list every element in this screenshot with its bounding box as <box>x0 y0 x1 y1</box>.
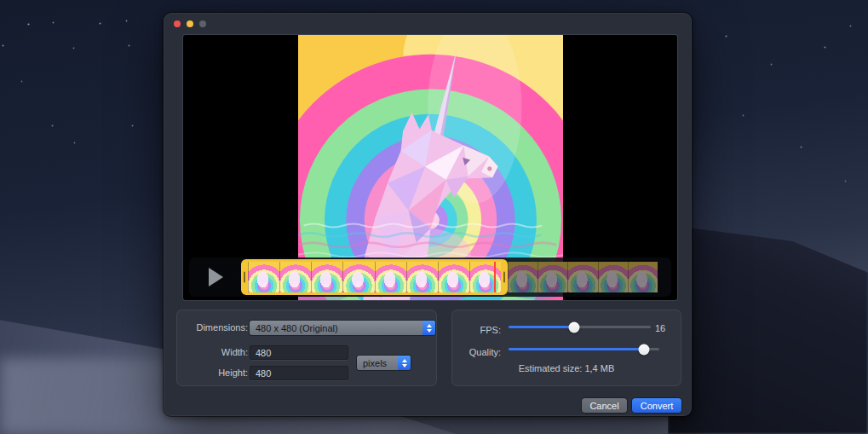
trim-selection[interactable] <box>241 259 508 295</box>
app-window: Dimensions: 480 x 480 (Original) Width: … <box>164 13 692 416</box>
titlebar <box>164 13 692 35</box>
fps-value: 16 <box>655 323 665 333</box>
wallpaper-stars <box>0 0 1 1</box>
quality-slider[interactable] <box>509 343 659 356</box>
height-field[interactable] <box>250 366 348 380</box>
minimize-button[interactable] <box>187 20 193 27</box>
width-label: Width: <box>177 345 248 360</box>
cancel-button[interactable]: Cancel <box>582 398 627 413</box>
video-preview-area <box>183 35 677 300</box>
stepper-icon <box>423 321 435 335</box>
filmstrip-thumbnail <box>628 262 658 292</box>
filmstrip-unselected[interactable] <box>508 262 658 292</box>
dimensions-select-value: 480 x 480 (Original) <box>256 323 419 333</box>
trim-handle-left[interactable] <box>244 272 245 283</box>
timeline-bar <box>189 258 671 297</box>
filmstrip-thumbnail <box>508 262 537 292</box>
height-label: Height: <box>177 366 248 380</box>
chevron-up-icon <box>427 324 432 327</box>
play-icon <box>209 268 223 286</box>
quality-slider-fill <box>509 348 644 350</box>
fps-label: FPS: <box>452 323 501 338</box>
stepper-icon <box>398 356 411 370</box>
quality-label: Quality: <box>452 345 501 360</box>
width-field[interactable] <box>250 345 348 360</box>
filmstrip-thumbnail <box>537 262 567 292</box>
dimensions-select[interactable]: 480 x 480 (Original) <box>250 321 435 335</box>
dimensions-panel: Dimensions: 480 x 480 (Original) Width: … <box>176 310 437 386</box>
fps-slider[interactable] <box>509 321 651 334</box>
filmstrip-thumbnail <box>598 262 628 292</box>
fps-slider-fill <box>509 326 574 328</box>
desktop: { "window": { "traffic_lights": { "close… <box>0 0 868 434</box>
close-button[interactable] <box>174 20 181 27</box>
unit-select-value: pixels <box>363 358 394 368</box>
unit-select[interactable]: pixels <box>357 356 411 370</box>
chevron-down-icon <box>402 364 407 367</box>
estimated-size-text: Estimated size: 1,4 MB <box>452 363 681 373</box>
filmstrip-thumbnail <box>567 262 597 292</box>
chevron-down-icon <box>427 329 432 333</box>
wallpaper-mountain <box>668 210 868 434</box>
play-button[interactable] <box>199 263 228 292</box>
output-panel: FPS: 16 Quality: Estimated size: 1,4 MB <box>451 310 681 386</box>
chevron-up-icon <box>402 359 407 362</box>
fps-slider-thumb[interactable] <box>568 322 579 333</box>
quality-slider-thumb[interactable] <box>639 344 650 356</box>
dimensions-label: Dimensions: <box>177 321 248 335</box>
zoom-button-disabled <box>199 20 206 27</box>
convert-button[interactable]: Convert <box>632 398 681 413</box>
trim-handle-right[interactable] <box>503 272 505 283</box>
